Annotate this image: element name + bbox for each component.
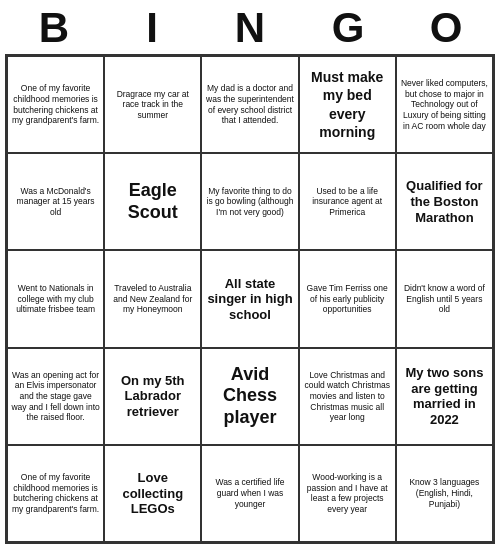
bingo-cell-20: One of my favorite childhood memories is… bbox=[7, 445, 104, 542]
letter-n: N bbox=[205, 4, 295, 52]
letter-o: O bbox=[401, 4, 491, 52]
bingo-cell-0: One of my favorite childhood memories is… bbox=[7, 56, 104, 153]
bingo-cell-16: On my 5th Labrador retriever bbox=[104, 348, 201, 445]
bingo-cell-4: Never liked computers, but chose to majo… bbox=[396, 56, 493, 153]
bingo-cell-6: Eagle Scout bbox=[104, 153, 201, 250]
bingo-cell-12: All state singer in high school bbox=[201, 250, 298, 347]
bingo-cell-13: Gave Tim Ferriss one of his early public… bbox=[299, 250, 396, 347]
bingo-cell-1: Dragrace my car at race track in the sum… bbox=[104, 56, 201, 153]
bingo-cell-19: My two sons are getting married in 2022 bbox=[396, 348, 493, 445]
bingo-cell-17: Avid Chess player bbox=[201, 348, 298, 445]
bingo-cell-22: Was a certified life guard when I was yo… bbox=[201, 445, 298, 542]
letter-i: I bbox=[107, 4, 197, 52]
bingo-cell-21: Love collecting LEGOs bbox=[104, 445, 201, 542]
letter-g: G bbox=[303, 4, 393, 52]
bingo-cell-3: Must make my bed every morning bbox=[299, 56, 396, 153]
bingo-cell-8: Used to be a life insurance agent at Pri… bbox=[299, 153, 396, 250]
bingo-cell-9: Qualified for the Boston Marathon bbox=[396, 153, 493, 250]
bingo-cell-11: Traveled to Australia and New Zealand fo… bbox=[104, 250, 201, 347]
bingo-cell-24: Know 3 languages (English, Hindi, Punjab… bbox=[396, 445, 493, 542]
letter-b: B bbox=[9, 4, 99, 52]
bingo-cell-14: Didn't know a word of English until 5 ye… bbox=[396, 250, 493, 347]
bingo-grid: One of my favorite childhood memories is… bbox=[5, 54, 495, 544]
bingo-cell-23: Wood-working is a passion and I have at … bbox=[299, 445, 396, 542]
bingo-cell-10: Went to Nationals in college with my clu… bbox=[7, 250, 104, 347]
bingo-cell-7: My favorite thing to do is go bowling (a… bbox=[201, 153, 298, 250]
bingo-cell-2: My dad is a doctor and was the superinte… bbox=[201, 56, 298, 153]
bingo-cell-5: Was a McDonald's manager at 15 years old bbox=[7, 153, 104, 250]
bingo-cell-18: Love Christmas and could watch Christmas… bbox=[299, 348, 396, 445]
bingo-cell-15: Was an opening act for an Elvis imperson… bbox=[7, 348, 104, 445]
bingo-header: B I N G O bbox=[5, 0, 495, 54]
